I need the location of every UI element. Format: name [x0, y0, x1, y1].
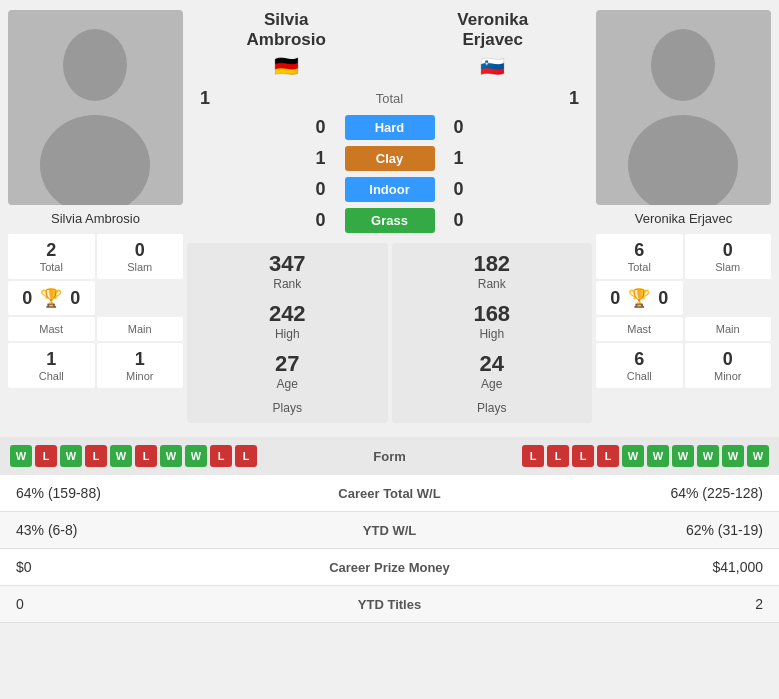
- indoor-left: 0: [309, 179, 333, 200]
- stats-left-val: $0: [16, 559, 265, 575]
- right-slam-label: Slam: [689, 261, 768, 273]
- right-chall-value: 6: [600, 349, 679, 370]
- clay-right: 1: [447, 148, 471, 169]
- left-age-block: 27 Age: [275, 351, 299, 391]
- stats-row: 43% (6-8)YTD W/L62% (31-19): [0, 512, 779, 549]
- center-area: Silvia Ambrosio 🇩🇪 Veronika Erjavec 🇸🇮: [187, 10, 592, 423]
- left-mast-value: 0: [22, 288, 32, 309]
- stats-right-val: $41,000: [514, 559, 763, 575]
- right-name-center: Veronika Erjavec 🇸🇮: [394, 10, 593, 78]
- stats-left-val: 64% (159-88): [16, 485, 265, 501]
- stats-center-label: Career Total W/L: [265, 486, 514, 501]
- right-player-photo: [596, 10, 771, 205]
- grass-right: 0: [447, 210, 471, 231]
- right-total-cell: 6 Total: [596, 234, 683, 279]
- comp-inner: Silvia Ambrosio 2 Total 0 Slam 0 🏆 0: [8, 10, 771, 423]
- form-badge-left: L: [210, 445, 232, 467]
- right-total-value: 6: [600, 240, 679, 261]
- left-chall-minor-grid: 1 Chall 1 Minor: [8, 343, 183, 388]
- form-badge-right: W: [697, 445, 719, 467]
- comparison-section: Silvia Ambrosio 2 Total 0 Slam 0 🏆 0: [0, 0, 779, 433]
- stats-left-val: 43% (6-8): [16, 522, 265, 538]
- left-minor-cell: 1 Minor: [97, 343, 184, 388]
- left-player-column: Silvia Ambrosio 2 Total 0 Slam 0 🏆 0: [8, 10, 183, 423]
- form-badge-left: L: [235, 445, 257, 467]
- right-slam-cell: 0 Slam: [685, 234, 772, 279]
- right-main-value: 0: [658, 288, 668, 309]
- form-label: Form: [360, 449, 420, 464]
- right-flag: 🇸🇮: [394, 54, 593, 78]
- clay-badge: Clay: [345, 146, 435, 171]
- right-rank-block: 182 Rank: [473, 251, 510, 291]
- form-badge-left: W: [160, 445, 182, 467]
- right-mast-value: 0: [610, 288, 620, 309]
- form-badge-right: L: [522, 445, 544, 467]
- right-slam-value: 0: [689, 240, 768, 261]
- left-mast-trophy-cell: 0 🏆 0: [8, 281, 95, 315]
- left-rank-lbl: Rank: [269, 277, 306, 291]
- form-badge-left: W: [10, 445, 32, 467]
- left-high-block: 242 High: [269, 301, 306, 341]
- stats-center-label: YTD Titles: [265, 597, 514, 612]
- total-left-score: 1: [193, 88, 217, 109]
- right-plays-lbl: Plays: [477, 401, 506, 415]
- right-age-val: 24: [480, 351, 504, 377]
- total-label: Total: [217, 91, 562, 106]
- form-badge-right: L: [597, 445, 619, 467]
- hard-left: 0: [309, 117, 333, 138]
- left-chall-label: Chall: [12, 370, 91, 382]
- left-chall-value: 1: [12, 349, 91, 370]
- stats-rows: 64% (159-88)Career Total W/L64% (225-128…: [0, 475, 779, 623]
- left-mid-col: 347 Rank 242 High 27 Age Plays: [187, 243, 388, 423]
- left-player-photo: [8, 10, 183, 205]
- right-age-block: 24 Age: [480, 351, 504, 391]
- right-chall-minor-grid: 6 Chall 0 Minor: [596, 343, 771, 388]
- total-surfaces-section: 1 Total 1 0 Hard 0 1 Clay 1: [187, 82, 592, 239]
- right-minor-value: 0: [689, 349, 768, 370]
- left-mast-label: Mast: [12, 323, 91, 335]
- total-row: 1 Total 1: [187, 88, 592, 109]
- form-badge-left: L: [85, 445, 107, 467]
- main-container: Silvia Ambrosio 2 Total 0 Slam 0 🏆 0: [0, 0, 779, 623]
- right-minor-cell: 0 Minor: [685, 343, 772, 388]
- form-badge-left: L: [135, 445, 157, 467]
- right-trophy-icon: 🏆: [628, 287, 650, 309]
- form-badge-right: L: [572, 445, 594, 467]
- left-minor-label: Minor: [101, 370, 180, 382]
- stats-center-label: YTD W/L: [265, 523, 514, 538]
- form-badge-right: W: [747, 445, 769, 467]
- left-slam-value: 0: [101, 240, 180, 261]
- left-high-lbl: High: [269, 327, 306, 341]
- stats-right-val: 2: [514, 596, 763, 612]
- right-rank-lbl: Rank: [473, 277, 510, 291]
- svg-point-4: [651, 29, 715, 101]
- left-stats-grid: 2 Total 0 Slam 0 🏆 0: [8, 234, 183, 315]
- clay-left: 1: [309, 148, 333, 169]
- right-main-cell: Main: [685, 317, 772, 341]
- form-badges-left: WLWLWLWWLL: [10, 445, 257, 467]
- right-chall-cell: 6 Chall: [596, 343, 683, 388]
- left-player-name-label: Silvia Ambrosio: [8, 211, 183, 226]
- form-badge-left: W: [110, 445, 132, 467]
- left-mast-cell: Mast: [8, 317, 95, 341]
- grass-left: 0: [309, 210, 333, 231]
- right-mid-col: 182 Rank 168 High 24 Age Plays: [392, 243, 593, 423]
- left-slam-cell: 0 Slam: [97, 234, 184, 279]
- right-player-column: Veronika Erjavec 6 Total 0 Slam 0 🏆 0: [596, 10, 771, 423]
- player-names-flags: Silvia Ambrosio 🇩🇪 Veronika Erjavec 🇸🇮: [187, 10, 592, 78]
- left-slam-label: Slam: [101, 261, 180, 273]
- right-stats-grid: 6 Total 0 Slam 0 🏆 0: [596, 234, 771, 315]
- stats-row: $0Career Prize Money$41,000: [0, 549, 779, 586]
- form-badge-right: W: [672, 445, 694, 467]
- right-chall-label: Chall: [600, 370, 679, 382]
- left-age-val: 27: [275, 351, 299, 377]
- stats-right-val: 62% (31-19): [514, 522, 763, 538]
- hard-row: 0 Hard 0: [187, 115, 592, 140]
- left-main-value: 0: [70, 288, 80, 309]
- left-high-val: 242: [269, 301, 306, 327]
- left-minor-value: 1: [101, 349, 180, 370]
- total-right-score: 1: [562, 88, 586, 109]
- right-mast-trophy-cell: 0 🏆 0: [596, 281, 683, 315]
- form-badge-right: L: [547, 445, 569, 467]
- right-plays-block: Plays: [477, 401, 506, 415]
